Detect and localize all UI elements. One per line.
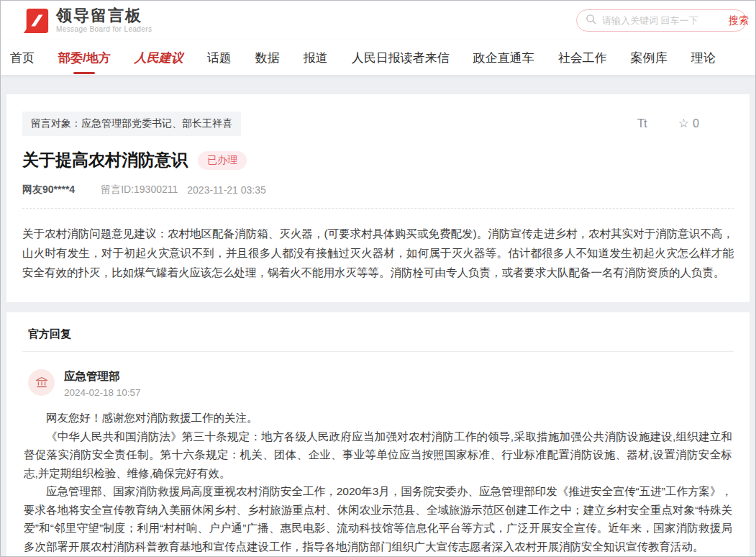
page-background-band [1,75,755,94]
reply-author-block: 应急管理部 2024-02-18 10:57 [64,369,141,398]
nav-item-home[interactable]: 首页 [10,50,35,66]
nav-item-topics[interactable]: 话题 [207,50,232,66]
message-card: 留言对象：应急管理部党委书记、部长王祥喜 Tt ☆ 0 关于提高农村消防意识 已… [6,94,750,302]
message-target-badge: 留言对象：应急管理部党委书记、部长王祥喜 [22,112,241,136]
search-icon [586,14,596,27]
main-nav: 首页 部委/地方 人民建议 话题 数据 报道 人民日报读者来信 政企直通车 社会… [1,40,755,75]
nav-item-label: 部委/地方 [58,51,111,65]
message-body: 关于农村消防问题意见建议：农村地区配备消防箱、灭火器，(可要求村具体购买或免费配… [22,224,734,282]
reply-body: 网友您好！感谢您对消防救援工作的关注。 《中华人民共和国消防法》第三十条规定：地… [22,409,734,557]
message-title: 关于提高农村消防意识 [22,149,188,171]
message-author: 网友90****4 [22,184,75,196]
message-tools: Tt ☆ 0 [637,116,699,131]
reply-divider [22,351,734,352]
nav-item-ministries-local[interactable]: 部委/地方 [58,50,111,66]
dashed-divider [22,208,734,209]
site-logo[interactable]: 领导留言板 Message Board for Leaders [22,7,152,35]
reply-section-heading: 官方回复 [22,312,734,351]
nav-item-gov-enterprise[interactable]: 政企直通车 [473,50,534,66]
message-id: 留言ID:19300211 [101,184,178,196]
reply-paragraph: 应急管理部、国家消防救援局高度重视农村消防安全工作，2020年3月，国务院安委办… [24,482,732,556]
reply-header: 应急管理部 2024-02-18 10:57 [22,369,734,398]
nav-item-theory[interactable]: 理论 [691,50,716,66]
nav-item-peoples-suggestions[interactable]: 人民建议 [135,50,183,66]
logo-text: 领导留言板 Message Board for Leaders [56,8,152,33]
search-input[interactable] [602,15,729,26]
site-header: 领导留言板 Message Board for Leaders 搜索 [1,1,755,40]
nav-item-social-work[interactable]: 社会工作 [558,50,607,66]
reply-paragraph: 《中华人民共和国消防法》第三十条规定：地方各级人民政府应当加强对农村消防工作的领… [24,427,732,483]
star-icon: ☆ [678,116,689,131]
status-badge: 已办理 [198,151,247,170]
nav-item-data[interactable]: 数据 [255,50,280,66]
official-reply-card: 官方回复 应急管理部 2024-02-18 10:57 网友您好！感谢您对消防救… [6,312,750,557]
message-time: 2023-11-21 03:35 [187,184,266,196]
reply-time: 2024-02-18 10:57 [64,387,141,398]
favorite-button[interactable]: ☆ 0 [678,116,699,131]
reply-paragraph: 网友您好！感谢您对消防救援工作的关注。 [24,409,732,427]
site-title: 领导留言板 [56,8,152,24]
nav-item-case-library[interactable]: 案例库 [631,50,668,66]
logo-icon [22,7,50,35]
star-count: 0 [693,117,699,130]
government-building-icon [28,369,55,396]
search-box[interactable]: 搜索 [576,9,747,32]
site-subtitle: Message Board for Leaders [56,25,152,33]
message-meta: 网友90****4 留言ID:19300211 2023-11-21 03:35 [22,184,734,196]
nav-item-reader-letters[interactable]: 人民日报读者来信 [352,50,450,66]
search-button[interactable]: 搜索 [729,14,749,27]
nav-item-reports[interactable]: 报道 [304,50,328,66]
font-size-toggle-icon[interactable]: Tt [637,117,647,131]
page: 领导留言板 Message Board for Leaders 搜索 首页 部委… [0,0,756,557]
active-underline [73,72,95,74]
reply-author: 应急管理部 [64,369,141,384]
